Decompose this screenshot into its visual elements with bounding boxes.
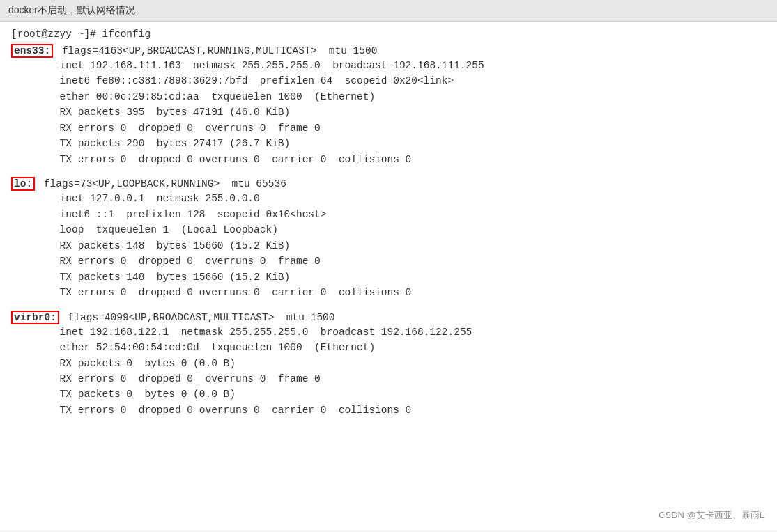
interface-line-2-4: TX packets 0 bytes 0 (0.0 B) xyxy=(11,386,766,402)
title-text: docker不启动，默认网络情况 xyxy=(8,4,135,15)
interface-block-0: ens33: flags=4163<UP,BROADCAST,RUNNING,M… xyxy=(11,44,766,167)
interface-header-0: ens33: flags=4163<UP,BROADCAST,RUNNING,M… xyxy=(11,44,766,58)
terminal: [root@zzyy ~]# ifconfig ens33: flags=416… xyxy=(0,22,777,530)
interface-line-1-0: inet 127.0.0.1 netmask 255.0.0.0 xyxy=(11,191,766,206)
interface-line-2-5: TX errors 0 dropped 0 overruns 0 carrier… xyxy=(11,402,766,418)
interface-line-2-1: ether 52:54:00:54:cd:0d txqueuelen 1000 … xyxy=(11,340,766,355)
interface-line-1-1: inet6 ::1 prefixlen 128 scopeid 0x10<hos… xyxy=(11,207,766,222)
interface-line-1-6: TX errors 0 dropped 0 overruns 0 carrier… xyxy=(11,285,766,300)
interface-line-1-5: TX packets 148 bytes 15660 (15.2 KiB) xyxy=(11,269,766,285)
interface-block-2: virbr0: flags=4099<UP,BROADCAST,MULTICAS… xyxy=(11,311,766,418)
title-bar: docker不启动，默认网络情况 xyxy=(0,0,777,22)
interface-block-1: lo: flags=73<UP,LOOPBACK,RUNNING> mtu 65… xyxy=(11,177,766,300)
watermark: CSDN @艾卡西亚、暴雨L xyxy=(659,509,764,522)
interface-line-0-0: inet 192.168.111.163 netmask 255.255.255… xyxy=(11,58,766,73)
interface-name-2: virbr0: xyxy=(11,311,59,324)
interface-line-0-5: TX packets 290 bytes 27417 (26.7 KiB) xyxy=(11,136,766,151)
interface-line-1-2: loop txqueuelen 1 (Local Loopback) xyxy=(11,222,766,237)
interface-line-2-2: RX packets 0 bytes 0 (0.0 B) xyxy=(11,356,766,371)
interfaces-container: ens33: flags=4163<UP,BROADCAST,RUNNING,M… xyxy=(11,44,766,418)
interface-line-0-1: inet6 fe80::c381:7898:3629:7bfd prefixle… xyxy=(11,73,766,88)
interface-flags-2: flags=4099<UP,BROADCAST,MULTICAST> mtu 1… xyxy=(62,312,335,323)
prompt-line: [root@zzyy ~]# ifconfig xyxy=(11,29,766,40)
prompt-text: [root@zzyy ~]# ifconfig xyxy=(11,29,151,40)
interface-line-2-0: inet 192.168.122.1 netmask 255.255.255.0… xyxy=(11,324,766,340)
interface-line-2-3: RX errors 0 dropped 0 overruns 0 frame 0 xyxy=(11,371,766,386)
interface-name-0: ens33: xyxy=(11,44,53,58)
interface-line-0-3: RX packets 395 bytes 47191 (46.0 KiB) xyxy=(11,104,766,120)
interface-line-0-2: ether 00:0c:29:85:cd:aa txqueuelen 1000 … xyxy=(11,89,766,104)
interface-header-1: lo: flags=73<UP,LOOPBACK,RUNNING> mtu 65… xyxy=(11,177,766,191)
interface-line-1-3: RX packets 148 bytes 15660 (15.2 KiB) xyxy=(11,238,766,253)
interface-flags-0: flags=4163<UP,BROADCAST,RUNNING,MULTICAS… xyxy=(56,45,377,56)
interface-header-2: virbr0: flags=4099<UP,BROADCAST,MULTICAS… xyxy=(11,311,766,324)
interface-name-1: lo: xyxy=(11,177,35,191)
interface-line-1-4: RX errors 0 dropped 0 overruns 0 frame 0 xyxy=(11,253,766,269)
interface-flags-1: flags=73<UP,LOOPBACK,RUNNING> mtu 65536 xyxy=(38,178,286,189)
interface-line-0-4: RX errors 0 dropped 0 overruns 0 frame 0 xyxy=(11,120,766,136)
interface-line-0-6: TX errors 0 dropped 0 overruns 0 carrier… xyxy=(11,152,766,167)
